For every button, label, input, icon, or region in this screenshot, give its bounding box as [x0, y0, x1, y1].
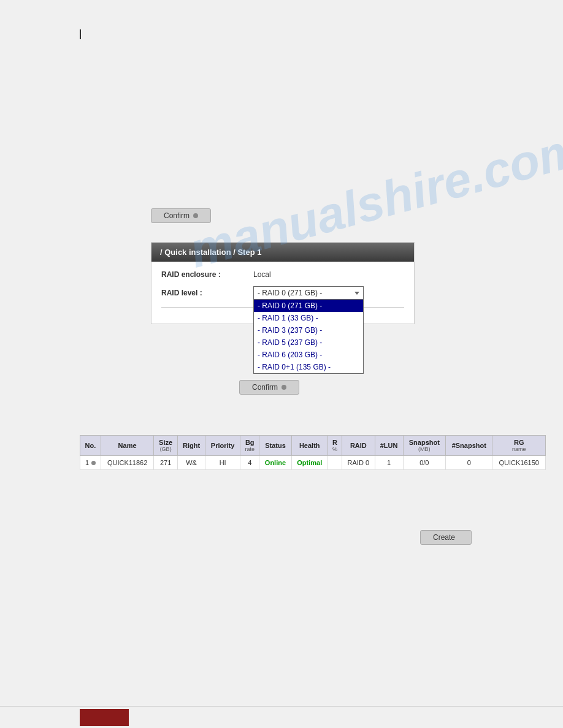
cell-numsnapshot: 0: [446, 456, 492, 470]
col-rgname-sub: name: [496, 446, 542, 452]
table-header-row: No. Name Size (GB) Right Priority: [80, 436, 546, 456]
col-priority: Priority: [205, 436, 240, 456]
row-priority: HI: [220, 459, 226, 466]
cell-raid: RAID 0: [342, 456, 375, 470]
confirm-top-label: Confirm: [164, 211, 190, 220]
raid-enclosure-value: Local: [253, 270, 271, 279]
col-size-sub: (GB): [158, 446, 174, 452]
footer-red-box: [80, 709, 129, 726]
row-lun: 1: [387, 459, 391, 466]
col-bgrate: Bg rate: [240, 436, 259, 456]
confirm-area-bottom: Confirm: [239, 380, 299, 395]
create-button[interactable]: Create: [420, 530, 472, 545]
panel-header: / Quick installation / Step 1: [151, 243, 414, 262]
col-lun-label: #LUN: [380, 442, 398, 449]
col-numsnapshot: #Snapshot: [446, 436, 492, 456]
confirm-top-dot: [193, 213, 198, 218]
row-indicator-dot: [91, 461, 96, 465]
cell-health: Optimal: [291, 456, 327, 470]
col-bgrate-sub: rate: [244, 446, 255, 452]
row-status: Online: [265, 459, 286, 466]
cell-rgname: QUICK16150: [492, 456, 546, 470]
row-bgrate: 4: [248, 459, 251, 466]
table-header: No. Name Size (GB) Right Priority: [80, 436, 546, 456]
raid-level-row: RAID level : - RAID 0 (271 GB) - - RAID …: [161, 286, 404, 300]
col-snapshot-label: Snapshot: [409, 439, 440, 446]
cell-lun: 1: [375, 456, 403, 470]
option-raid3[interactable]: - RAID 3 (237 GB) -: [254, 324, 363, 336]
row-snapshot: 0/0: [419, 459, 429, 466]
col-no: No.: [80, 436, 101, 456]
cell-rpct: [327, 456, 342, 470]
cell-name: QUICK11862: [101, 456, 153, 470]
cursor-line: [80, 29, 81, 39]
option-raid01[interactable]: - RAID 0+1 (135 GB) -: [254, 361, 363, 373]
raid-level-dropdown-list: - RAID 0 (271 GB) - - RAID 1 (33 GB) - -…: [253, 300, 364, 374]
data-table: No. Name Size (GB) Right Priority: [80, 435, 546, 470]
option-raid5[interactable]: - RAID 5 (237 GB) -: [254, 336, 363, 349]
raid-level-dropdown-container: - RAID 0 (271 GB) - - RAID 0 (271 GB) - …: [253, 286, 364, 300]
col-rgname-label: RG: [514, 439, 524, 446]
col-priority-label: Priority: [211, 442, 235, 449]
quick-install-panel: / Quick installation / Step 1 RAID enclo…: [151, 242, 415, 324]
col-health-label: Health: [299, 442, 320, 449]
col-rpct: R %: [327, 436, 342, 456]
col-numsnapshot-label: #Snapshot: [452, 442, 486, 449]
row-numsnapshot: 0: [467, 459, 471, 466]
row-number: 1: [85, 459, 89, 466]
panel-title: / Quick installation / Step 1: [160, 248, 261, 257]
col-status-label: Status: [265, 442, 286, 449]
col-right-label: Right: [183, 442, 200, 449]
page-container: manualshire.com Confirm / Quick installa…: [0, 0, 563, 728]
col-status: Status: [259, 436, 291, 456]
cell-status: Online: [259, 456, 291, 470]
cell-priority: HI: [205, 456, 240, 470]
table-body: 1 QUICK11862 271 W& HI: [80, 456, 546, 470]
col-snapshot-sub: (MB): [407, 446, 442, 452]
create-label: Create: [433, 533, 455, 542]
col-name-label: Name: [118, 442, 137, 449]
panel-body: RAID enclosure : Local RAID level : - RA…: [151, 262, 414, 324]
raid-level-selected-text: - RAID 0 (271 GB) -: [258, 289, 322, 297]
cell-bgrate: 4: [240, 456, 259, 470]
col-rpct-label: R: [332, 439, 337, 446]
col-size-label: Size: [159, 439, 172, 446]
row-health: Optimal: [297, 459, 322, 466]
table-row: 1 QUICK11862 271 W& HI: [80, 456, 546, 470]
col-right: Right: [177, 436, 205, 456]
col-raid: RAID: [342, 436, 375, 456]
col-snapshot: Snapshot (MB): [403, 436, 446, 456]
col-no-label: No.: [85, 442, 96, 449]
confirm-bottom-dot: [282, 385, 286, 390]
option-raid6[interactable]: - RAID 6 (203 GB) -: [254, 349, 363, 361]
col-raid-label: RAID: [350, 442, 367, 449]
row-rgname: QUICK16150: [499, 459, 539, 466]
raid-enclosure-row: RAID enclosure : Local: [161, 270, 404, 279]
raid-enclosure-label: RAID enclosure :: [161, 270, 253, 279]
option-raid1[interactable]: - RAID 1 (33 GB) -: [254, 312, 363, 324]
row-size: 271: [160, 459, 171, 466]
row-right: W&: [186, 459, 197, 466]
confirm-bottom-label: Confirm: [252, 383, 278, 392]
col-bgrate-label: Bg: [245, 439, 255, 446]
col-name: Name: [101, 436, 153, 456]
col-health: Health: [291, 436, 327, 456]
row-raid: RAID 0: [348, 459, 369, 466]
col-rpct-sub: %: [332, 446, 338, 452]
row-name: QUICK11862: [107, 459, 147, 466]
option-raid0[interactable]: - RAID 0 (271 GB) -: [254, 300, 363, 312]
confirm-top-button[interactable]: Confirm: [151, 208, 211, 223]
col-rgname: RG name: [492, 436, 546, 456]
confirm-area-top: Confirm: [151, 208, 211, 223]
cell-snapshot: 0/0: [403, 456, 446, 470]
footer: [0, 706, 563, 728]
raid-level-label: RAID level :: [161, 289, 253, 297]
cell-right: W&: [177, 456, 205, 470]
dropdown-arrow-icon: [354, 292, 359, 295]
create-btn-area: Create: [420, 530, 472, 545]
col-size: Size (GB): [154, 436, 178, 456]
confirm-bottom-button[interactable]: Confirm: [239, 380, 299, 395]
raid-level-dropdown-selected[interactable]: - RAID 0 (271 GB) -: [253, 286, 364, 300]
col-lun: #LUN: [375, 436, 403, 456]
cell-size: 271: [154, 456, 178, 470]
